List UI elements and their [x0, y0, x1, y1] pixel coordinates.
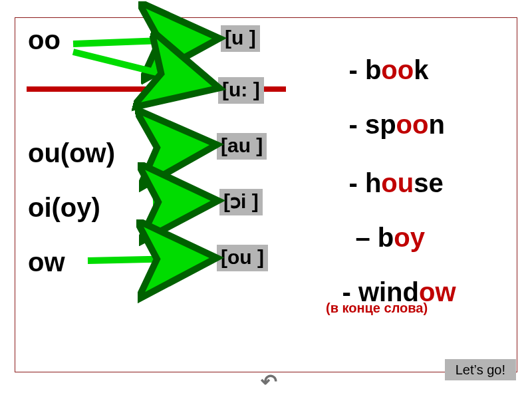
- slide-stage: oo ou(ow) oi(oy) ow [u ] [u: ] [au ] [ɔi…: [0, 0, 532, 399]
- undo-icon[interactable]: ↶: [261, 370, 277, 393]
- pron-u-short: [u ]: [221, 25, 260, 52]
- word-window: - window: [313, 247, 456, 337]
- pair-ou-ow: ou(ow): [28, 138, 115, 168]
- lets-go-button[interactable]: Let’s go!: [445, 359, 516, 380]
- pron-oi: [ɔi ]: [219, 189, 263, 215]
- footnote: (в конце слова): [326, 301, 428, 316]
- pron-au: [au ]: [217, 133, 267, 160]
- pair-oo: oo: [28, 25, 61, 55]
- word-spoon-hl: oo: [396, 110, 429, 139]
- pron-ou: [ou ]: [217, 245, 268, 271]
- word-spoon-pre: - sp: [348, 110, 396, 139]
- pair-ow: ow: [28, 247, 65, 277]
- word-spoon-post: n: [428, 110, 444, 139]
- pron-u-long: [u: ]: [218, 77, 264, 104]
- pair-oi-oy: oi(oy): [28, 193, 100, 223]
